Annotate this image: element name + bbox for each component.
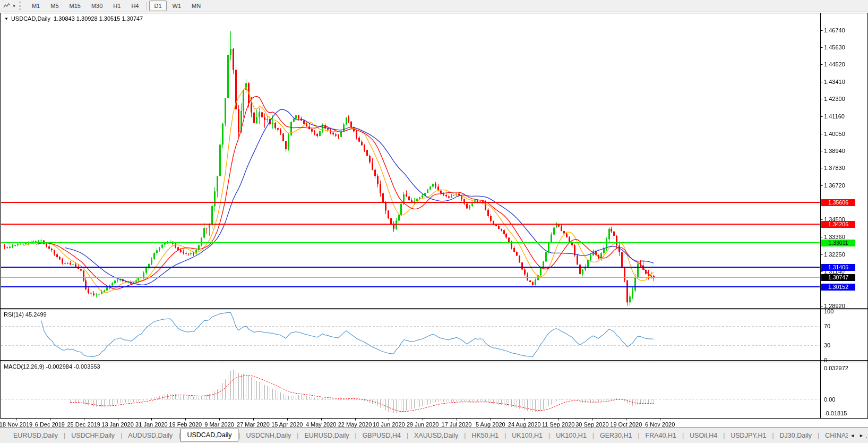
chart-tab[interactable]: USOil,H4 xyxy=(684,430,723,441)
rsi-axis-tick: 70 xyxy=(824,323,866,329)
date-axis-label: 6 Dec 2019 xyxy=(35,421,65,428)
chart-tab-bar: EURUSD,Daily|USDCHF,Daily|AUDUSD,Daily|U… xyxy=(0,427,868,443)
chart-tab[interactable]: UK100,H1 xyxy=(550,430,592,441)
price-axis-tick: 1.38940 xyxy=(824,148,866,154)
date-axis-label: 30 Sep 2020 xyxy=(575,421,608,428)
price-axis-tick: 1.43410 xyxy=(824,79,866,85)
chart-tab[interactable]: USDJPY,H1 xyxy=(725,430,772,441)
chart-canvas[interactable] xyxy=(0,13,868,428)
symbol-name: USDCAD,Daily xyxy=(11,15,50,22)
macd-indicator-label: MACD(12,26,9) -0.002984 -0.003553 xyxy=(4,363,100,370)
price-line-label: 1.34206 xyxy=(821,221,855,228)
price-axis-tick: 1.46740 xyxy=(824,27,866,33)
chart-window: ▼USDCAD,Daily 1.30843 1.30928 1.30515 1.… xyxy=(0,13,868,419)
date-axis-label: 5 Aug 2020 xyxy=(476,421,505,428)
date-axis-label: 29 Jun 2020 xyxy=(407,421,439,428)
price-axis-tick: 1.41160 xyxy=(824,113,866,120)
tab-scroll-arrows: ◄ ► xyxy=(848,428,866,443)
date-axis-label: 9 Mar 2020 xyxy=(204,421,234,428)
price-line-label: 1.31405 xyxy=(821,264,855,271)
timeframe-button-mn[interactable]: MN xyxy=(187,1,205,11)
date-axis-label: 22 May 2020 xyxy=(338,421,372,428)
toolbar-grip[interactable] xyxy=(19,2,23,10)
date-axis-label: 11 Sep 2020 xyxy=(542,421,575,428)
indicator-dropdown-caret-icon[interactable]: ▼ xyxy=(12,4,16,8)
chart-tab[interactable]: UK100,H1 xyxy=(506,430,548,441)
date-axis-label: 6 Nov 2020 xyxy=(645,421,675,428)
date-axis-label: 17 Jul 2020 xyxy=(442,421,472,428)
price-axis-tick: 1.45630 xyxy=(824,44,866,50)
indicators-icon[interactable] xyxy=(2,1,12,11)
current-price-label: 1.30747 xyxy=(821,274,855,281)
date-axis-label: 19 Feb 2020 xyxy=(169,421,202,428)
date-axis-label: 24 Aug 2020 xyxy=(508,421,541,428)
price-axis-tick: 1.37830 xyxy=(824,165,866,171)
date-axis-label: 13 Jan 2020 xyxy=(101,421,134,428)
chart-tab[interactable]: EURUSD,Daily xyxy=(298,430,355,441)
price-axis-tick: 1.36720 xyxy=(824,182,866,189)
chart-tab[interactable]: GBPUSD,H4 xyxy=(357,430,407,441)
macd-axis-tick: 0.032972 xyxy=(824,365,866,371)
date-axis-label: 18 Nov 2019 xyxy=(0,421,32,428)
chart-title: ▼USDCAD,Daily 1.30843 1.30928 1.30515 1.… xyxy=(4,15,143,22)
date-axis-label: 31 Jan 2020 xyxy=(135,421,168,428)
date-axis-label: 19 Oct 2020 xyxy=(610,421,642,428)
price-line-label: 1.33011 xyxy=(821,240,855,246)
price-axis-tick: 1.40050 xyxy=(824,131,866,137)
tab-scroll-right-icon[interactable]: ► xyxy=(859,433,864,438)
rsi-axis-tick: 0 xyxy=(824,357,866,363)
rsi-axis-tick: 30 xyxy=(824,342,866,348)
chart-tab[interactable]: FRA40,H1 xyxy=(640,430,682,441)
price-axis-tick: 1.42300 xyxy=(824,96,866,102)
timeframe-button-d1[interactable]: D1 xyxy=(149,1,166,11)
ohlc-values: 1.30843 1.30928 1.30515 1.30747 xyxy=(54,15,143,22)
chart-tab[interactable]: USDCNH,Daily xyxy=(240,430,297,441)
price-axis-tick: 1.32250 xyxy=(824,251,866,258)
timeframe-button-w1[interactable]: W1 xyxy=(168,1,186,11)
timeframe-button-m30[interactable]: M30 xyxy=(87,1,107,11)
timeframe-button-m15[interactable]: M15 xyxy=(65,1,85,11)
chart-tab[interactable]: XAUUSD,Daily xyxy=(408,430,464,441)
collapse-triangle-icon[interactable]: ▼ xyxy=(4,16,8,21)
rsi-axis-tick: 100 xyxy=(824,308,866,314)
chart-tab[interactable]: USDCAD,Daily xyxy=(180,429,238,441)
timeframe-button-h4[interactable]: H4 xyxy=(126,1,143,11)
chart-tab[interactable]: USDCHF,Daily xyxy=(65,430,121,441)
price-line-label: 1.30152 xyxy=(821,284,855,291)
macd-axis-tick: 0.00 xyxy=(824,396,866,403)
chart-tab[interactable]: AUDUSD,Daily xyxy=(122,430,178,441)
date-axis-label: 4 May 2020 xyxy=(306,421,336,428)
chart-tab[interactable]: HK50,H1 xyxy=(466,430,504,441)
date-axis-label: 27 Mar 2020 xyxy=(237,421,270,428)
chart-tab[interactable]: EURUSD,Daily xyxy=(7,430,64,441)
macd-axis-tick: -0.01815 xyxy=(824,410,866,416)
chart-tab[interactable]: DJ30,Daily xyxy=(774,430,818,441)
toolbar-separator xyxy=(146,2,147,10)
rsi-indicator-label: RSI(14) 45.2499 xyxy=(4,311,47,318)
timeframe-button-m5[interactable]: M5 xyxy=(46,1,63,11)
date-axis-label: 10 Jun 2020 xyxy=(373,421,405,428)
tab-scroll-left-icon[interactable]: ◄ xyxy=(850,433,855,438)
chart-tab[interactable]: GER30,H1 xyxy=(594,430,638,441)
timeframe-toolbar: ▼ M1M5M15M30H1H4 D1W1MN xyxy=(0,0,868,12)
price-axis-tick: 1.44520 xyxy=(824,61,866,67)
trading-terminal: ▼ M1M5M15M30H1H4 D1W1MN ▼USDCAD,Daily 1.… xyxy=(0,0,868,443)
timeframe-button-m1[interactable]: M1 xyxy=(27,1,45,11)
timeframe-button-h1[interactable]: H1 xyxy=(108,1,125,11)
price-line-label: 1.35606 xyxy=(821,199,855,206)
date-axis-label: 25 Dec 2019 xyxy=(67,421,100,428)
date-axis-label: 15 Apr 2020 xyxy=(271,421,303,428)
